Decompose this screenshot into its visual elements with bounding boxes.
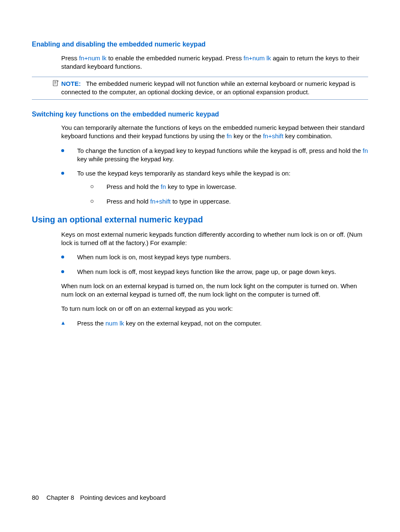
paragraph: To turn num lock on or off on an externa… xyxy=(61,305,368,313)
text: key while pressing the keypad key. xyxy=(77,155,174,163)
page-number: 80 xyxy=(32,494,39,501)
text: key to type in lowercase. xyxy=(166,183,236,190)
paragraph: You can temporarily alternate the functi… xyxy=(61,124,368,141)
note-block: NOTE: The embedded numeric keypad will n… xyxy=(32,77,368,100)
note-label: NOTE: xyxy=(61,80,81,87)
text: Press and hold the xyxy=(106,183,161,190)
chapter-label: Chapter 8 xyxy=(47,494,74,501)
paragraph: Keys on most external numeric keypads fu… xyxy=(61,230,368,248)
text: Press and hold xyxy=(106,198,150,205)
chapter-title: Pointing devices and keyboard xyxy=(80,494,166,501)
note-text: The embedded numeric keypad will not fun… xyxy=(61,80,356,96)
key-text: fn+shift xyxy=(150,198,171,205)
text: To change the function of a keypad key t… xyxy=(77,147,363,154)
bullet-list: When num lock is on, most keypad keys ty… xyxy=(61,253,368,276)
list-item: Press and hold fn+shift to type in upper… xyxy=(91,197,368,206)
list-item: Press the num lk key on the external key… xyxy=(61,319,368,328)
text: Press xyxy=(61,54,79,62)
list-item: To change the function of a keypad key t… xyxy=(61,147,368,164)
paragraph: Press fn+num lk to enable the embedded n… xyxy=(61,54,368,71)
note-icon xyxy=(52,80,59,88)
list-item: When num lock is on, most keypad keys ty… xyxy=(61,253,368,261)
key-text: fn+num lk xyxy=(244,54,271,62)
key-text: fn+shift xyxy=(263,132,283,139)
key-text: num lk xyxy=(106,320,124,327)
triangle-list: Press the num lk key on the external key… xyxy=(61,319,368,328)
text: key combination. xyxy=(283,132,332,139)
section-external-keypad: Using an optional external numeric keypa… xyxy=(32,214,368,328)
paragraph: When num lock on an external keypad is t… xyxy=(61,282,368,299)
page-footer: 80 Chapter 8 Pointing devices and keyboa… xyxy=(32,493,166,502)
list-item: To use the keypad keys temporarily as st… xyxy=(61,169,368,206)
list-item: Press and hold the fn key to type in low… xyxy=(91,183,368,191)
section-enable-disable: Enabling and disabling the embedded nume… xyxy=(32,40,368,100)
heading-h3: Switching key functions on the embedded … xyxy=(32,110,368,119)
heading-h2: Using an optional external numeric keypa… xyxy=(32,214,368,225)
key-text: fn+num lk xyxy=(79,54,106,62)
sub-list: Press and hold the fn key to type in low… xyxy=(91,183,368,206)
text: key or the xyxy=(232,132,263,139)
text: Press the xyxy=(77,320,106,327)
text: To use the keypad keys temporarily as st… xyxy=(77,170,291,177)
section-switching: Switching key functions on the embedded … xyxy=(32,110,368,206)
bullet-list: To change the function of a keypad key t… xyxy=(61,147,368,206)
text: to type in uppercase. xyxy=(171,198,231,205)
key-text: fn xyxy=(226,132,232,139)
text: to enable the embedded numeric keypad. P… xyxy=(106,54,244,62)
list-item: When num lock is off, most keypad keys f… xyxy=(61,268,368,276)
heading-h3: Enabling and disabling the embedded nume… xyxy=(32,40,368,49)
text: key on the external keypad, not on the c… xyxy=(124,320,262,327)
key-text: fn xyxy=(161,183,166,190)
key-text: fn xyxy=(363,147,368,154)
